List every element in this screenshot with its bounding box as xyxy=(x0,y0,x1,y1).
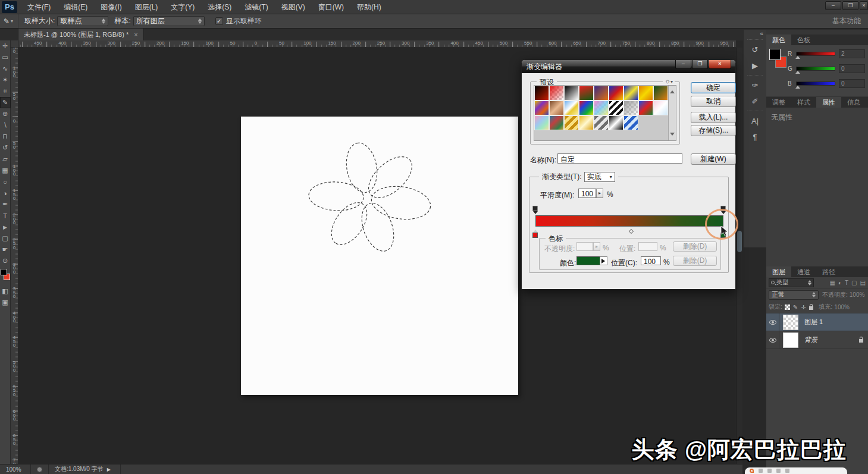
load-button[interactable]: 载入(L)... xyxy=(691,112,736,123)
panel-tab[interactable]: 色板 xyxy=(791,34,816,45)
show-sampling-ring-checkbox[interactable]: ✓ 显示取样环 xyxy=(215,16,262,26)
layer-visibility-eye-icon[interactable] xyxy=(769,320,776,325)
gradient-preset-swatch[interactable] xyxy=(623,86,638,101)
layer-filter-icon[interactable]: ▢ xyxy=(851,280,857,286)
window-minimize-button[interactable]: – xyxy=(825,1,841,10)
gradient-preset-swatch[interactable] xyxy=(609,101,623,115)
menu-item[interactable]: 文件(F) xyxy=(21,0,57,14)
gradient-preset-swatch[interactable] xyxy=(549,115,564,130)
document-info[interactable]: 文档:1.03M/0 字节 ▶ xyxy=(49,464,121,474)
ime-toolbar[interactable] xyxy=(745,467,847,474)
history-brush-tool[interactable]: ↺ xyxy=(0,142,11,153)
gradient-preset-swatch[interactable] xyxy=(534,101,549,115)
lock-transparency-icon[interactable] xyxy=(785,305,790,310)
gradient-preset-swatch[interactable] xyxy=(549,86,564,101)
healing-brush-tool[interactable]: ⊕ xyxy=(0,108,11,120)
clone-source-panel-icon[interactable]: ✑ xyxy=(744,77,766,93)
ime-icon[interactable] xyxy=(759,469,763,473)
preset-scrollbar[interactable] xyxy=(668,86,676,140)
stop-opacity-input[interactable] xyxy=(576,242,593,251)
color-stop-left[interactable] xyxy=(532,227,538,237)
rgb-slider-b[interactable]: B0 xyxy=(788,79,865,88)
ime-icon[interactable] xyxy=(785,469,789,473)
gradient-preset-swatch[interactable] xyxy=(579,86,594,101)
gradient-preset-swatch[interactable] xyxy=(564,101,579,115)
fill-value[interactable]: 100% xyxy=(834,304,850,310)
menu-item[interactable]: 文字(Y) xyxy=(164,0,201,14)
stop-color-menu-button[interactable] xyxy=(600,256,607,265)
stop-location-input[interactable] xyxy=(638,242,657,251)
menu-item[interactable]: 视图(V) xyxy=(275,0,312,14)
zoom-tool[interactable]: ⊙ xyxy=(0,255,11,266)
gradient-preset-swatch[interactable] xyxy=(623,101,638,115)
opacity-stop-right[interactable] xyxy=(720,206,726,215)
gradient-midpoint-diamond[interactable] xyxy=(629,229,634,234)
lock-move-icon[interactable]: ✛ xyxy=(801,304,806,310)
path-selection-tool[interactable]: ► xyxy=(0,221,11,233)
panel-tab[interactable]: 样式 xyxy=(791,97,816,108)
layer-filter-type-dropdown[interactable]: 类型 xyxy=(769,278,814,287)
ok-button[interactable]: 确定 xyxy=(691,82,736,93)
gradient-preset-swatch[interactable] xyxy=(638,86,653,101)
workspace-button[interactable]: 基本功能 xyxy=(832,16,861,26)
menu-item[interactable]: 选择(S) xyxy=(201,0,238,14)
character-panel-icon[interactable]: A| xyxy=(744,113,766,129)
eraser-tool[interactable]: ▱ xyxy=(0,153,11,165)
type-tool[interactable]: T xyxy=(0,210,11,221)
save-button[interactable]: 存储(S)... xyxy=(691,125,736,136)
document-canvas[interactable] xyxy=(241,117,518,395)
foreground-background-swatches[interactable] xyxy=(769,49,787,70)
cancel-button[interactable]: 取消 xyxy=(691,96,736,107)
brush-tool[interactable]: ∖ xyxy=(0,120,11,131)
hand-tool[interactable]: ☛ xyxy=(0,244,11,255)
gradient-preset-swatch[interactable] xyxy=(534,115,549,130)
opacity-stop-left[interactable] xyxy=(532,206,538,215)
opacity-value[interactable]: 100% xyxy=(850,291,865,298)
panel-tab[interactable]: 调整 xyxy=(766,97,791,108)
lock-all-icon[interactable] xyxy=(809,306,813,310)
gradient-preset-swatch[interactable] xyxy=(653,86,668,101)
menu-item[interactable]: 帮助(H) xyxy=(350,0,388,14)
panel-tab[interactable]: 通道 xyxy=(791,266,816,277)
gradient-preview-bar[interactable] xyxy=(535,215,723,227)
menu-item[interactable]: 编辑(E) xyxy=(57,0,94,14)
layer-filter-icon[interactable]: ◐ xyxy=(838,280,842,286)
gradient-preset-swatch[interactable] xyxy=(564,115,579,130)
sample-size-dropdown[interactable]: 取样点 xyxy=(57,16,108,26)
layer-thumbnail[interactable] xyxy=(783,315,798,330)
tool-preset-picker[interactable]: ✎ ▾ xyxy=(0,14,18,28)
history-panel-icon[interactable]: ↺ xyxy=(744,42,766,58)
pen-tool[interactable]: ✒ xyxy=(0,199,11,210)
dialog-minimize-button[interactable]: – xyxy=(675,60,691,69)
panel-tab[interactable]: 路径 xyxy=(816,266,841,277)
crop-tool[interactable]: ⌗ xyxy=(0,86,11,97)
rgb-slider-g[interactable]: G0 xyxy=(788,64,865,73)
layer-filter-icon[interactable]: ▦ xyxy=(829,280,835,286)
menu-item[interactable]: 图层(L) xyxy=(129,0,165,14)
document-tab[interactable]: 未标题-1 @ 100% (图层 1, RGB/8) * × xyxy=(18,29,144,40)
sample-dropdown[interactable]: 所有图层 xyxy=(133,16,205,26)
layer-row[interactable]: 背景 xyxy=(766,331,868,349)
dialog-close-button[interactable]: × xyxy=(709,60,731,69)
window-restore-button[interactable]: ❐ xyxy=(842,1,858,10)
status-expand-icon[interactable]: ▶ xyxy=(104,467,114,472)
gradient-preset-swatch[interactable] xyxy=(609,115,623,130)
collapse-panels-button[interactable]: « xyxy=(744,30,766,38)
layer-thumbnail[interactable] xyxy=(783,332,798,348)
quick-selection-tool[interactable]: ✶ xyxy=(0,74,11,86)
gradient-preset-swatch[interactable] xyxy=(609,86,623,101)
toolbar-fg-bg-swatches[interactable] xyxy=(0,268,11,284)
document-vertical-scrollbar[interactable] xyxy=(736,48,742,464)
rgb-slider-r[interactable]: R2 xyxy=(788,49,865,58)
panel-tab[interactable]: 信息 xyxy=(841,97,866,108)
ime-icon[interactable] xyxy=(767,469,772,473)
menu-item[interactable]: 图像(I) xyxy=(94,0,128,14)
gradient-preset-swatch[interactable] xyxy=(653,101,668,115)
actions-panel-icon[interactable]: ▶ xyxy=(744,58,766,74)
paragraph-panel-icon[interactable]: ¶ xyxy=(744,129,766,145)
smoothness-input[interactable]: 100 xyxy=(578,189,596,198)
blur-tool[interactable]: ○ xyxy=(0,176,11,187)
layer-row[interactable]: 图层 1 xyxy=(766,313,868,331)
menu-item[interactable]: 滤镜(T) xyxy=(238,0,274,14)
gradient-preset-swatch[interactable] xyxy=(594,101,609,115)
